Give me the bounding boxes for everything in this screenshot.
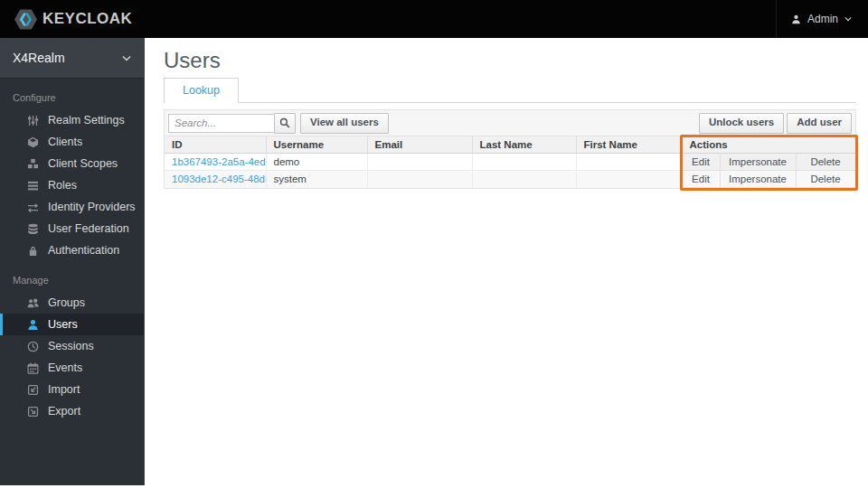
cubes-icon	[27, 158, 39, 170]
last-name-cell	[472, 154, 576, 171]
column-header-actions: Actions	[682, 136, 855, 154]
tab-lookup[interactable]: Lookup	[164, 78, 239, 103]
database-icon	[27, 223, 39, 235]
sidebar-item-label: Identity Providers	[48, 201, 136, 213]
sidebar-nav: ConfigureRealm SettingsClientsClient Sco…	[0, 79, 144, 422]
user-menu[interactable]: Admin	[776, 0, 852, 38]
sidebar-item-clients[interactable]: Clients	[0, 131, 144, 153]
sidebar-item-label: Client Scopes	[48, 157, 118, 170]
column-header-username: Username	[266, 136, 367, 154]
first-name-cell	[576, 154, 682, 171]
sidebar: X4Realm ConfigureRealm SettingsClientsCl…	[0, 38, 145, 485]
sidebar-item-realm-settings[interactable]: Realm Settings	[0, 109, 144, 131]
sidebar-item-client-scopes[interactable]: Client Scopes	[0, 153, 144, 174]
impersonate-button[interactable]: Impersonate	[720, 171, 796, 188]
realm-name: X4Realm	[13, 51, 65, 65]
column-header-email: Email	[367, 136, 472, 154]
search-input[interactable]	[168, 114, 275, 133]
chevron-down-icon	[122, 55, 131, 61]
first-name-cell	[576, 171, 682, 188]
last-name-cell	[472, 171, 576, 188]
impersonate-button[interactable]: Impersonate	[720, 154, 796, 171]
delete-button[interactable]: Delete	[796, 171, 855, 188]
clock-icon	[27, 341, 39, 352]
keycloak-logo[interactable]: KEYCLOAK	[14, 9, 132, 30]
sidebar-item-events[interactable]: Events	[0, 357, 144, 379]
user-icon	[791, 14, 801, 24]
import-icon	[27, 384, 39, 396]
search-icon	[279, 117, 290, 128]
sidebar-item-import[interactable]: Import	[0, 379, 144, 400]
sidebar-item-user-federation[interactable]: User Federation	[0, 218, 144, 239]
export-icon	[27, 406, 39, 418]
email-cell	[367, 171, 472, 188]
users-table: IDUsernameEmailLast NameFirst NameAction…	[165, 136, 856, 188]
table-row: 1b367493-2a5a-4edc-...demoEditImpersonat…	[165, 154, 855, 171]
main-content: Users Lookup View all users Unlock users…	[145, 38, 868, 488]
user-id-link[interactable]: 1b367493-2a5a-4edc-...	[172, 156, 266, 167]
lock-icon	[27, 245, 39, 257]
sidebar-item-label: Import	[48, 383, 80, 396]
view-all-users-button[interactable]: View all users	[300, 113, 389, 134]
cube-icon	[27, 136, 39, 148]
table-row: 1093de12-c495-48d8-...systemEditImperson…	[165, 171, 855, 188]
sidebar-item-identity-providers[interactable]: Identity Providers	[0, 196, 144, 218]
sidebar-item-label: Sessions	[48, 340, 94, 352]
user-icon	[27, 319, 39, 331]
search-button[interactable]	[274, 113, 296, 134]
calendar-icon	[27, 362, 39, 374]
user-menu-label: Admin	[807, 13, 838, 25]
email-cell	[367, 154, 472, 171]
delete-button[interactable]: Delete	[796, 154, 855, 171]
topbar: KEYCLOAK Admin	[0, 0, 868, 38]
sidebar-item-label: Events	[48, 361, 82, 374]
column-header-last-name: Last Name	[472, 136, 576, 154]
table-header-row: IDUsernameEmailLast NameFirst NameAction…	[165, 136, 855, 154]
sidebar-item-label: Export	[48, 405, 80, 418]
page-title: Users	[164, 49, 856, 72]
sidebar-item-label: Groups	[48, 296, 85, 309]
keycloak-logo-icon	[14, 9, 37, 30]
column-header-id: ID	[165, 136, 266, 154]
sidebar-item-label: User Federation	[48, 222, 129, 235]
username-cell: system	[266, 171, 367, 188]
sidebar-item-label: Authentication	[48, 244, 119, 257]
table-toolbar: View all users Unlock users Add user	[165, 110, 855, 136]
edit-button[interactable]: Edit	[682, 154, 720, 171]
unlock-users-button[interactable]: Unlock users	[699, 113, 784, 134]
users-table-panel: View all users Unlock users Add user IDU…	[164, 109, 856, 189]
add-user-button[interactable]: Add user	[787, 113, 852, 134]
sidebar-section-label-manage: Manage	[0, 261, 144, 292]
sidebar-item-users[interactable]: Users	[0, 314, 144, 335]
sidebar-item-export[interactable]: Export	[0, 400, 144, 422]
sidebar-item-label: Roles	[48, 179, 77, 192]
sidebar-item-authentication[interactable]: Authentication	[0, 239, 144, 261]
sidebar-section-label-configure: Configure	[0, 79, 144, 109]
sidebar-item-groups[interactable]: Groups	[0, 292, 144, 314]
sidebar-item-label: Realm Settings	[48, 114, 125, 127]
sliders-icon	[27, 115, 39, 127]
sidebar-item-label: Users	[48, 318, 78, 331]
tab-bar: Lookup	[164, 78, 856, 103]
user-id-cell: 1b367493-2a5a-4edc-...	[165, 154, 266, 171]
edit-button[interactable]: Edit	[682, 171, 720, 188]
caret-down-icon	[844, 16, 852, 22]
brand-text: KEYCLOAK	[42, 10, 132, 28]
exchange-arrows-icon	[27, 202, 39, 213]
username-cell: demo	[266, 154, 367, 171]
group-icon	[27, 297, 39, 309]
sidebar-item-label: Clients	[48, 136, 82, 148]
sidebar-item-roles[interactable]: Roles	[0, 174, 144, 196]
realm-selector[interactable]: X4Realm	[0, 38, 144, 79]
sidebar-item-sessions[interactable]: Sessions	[0, 335, 144, 357]
column-header-first-name: First Name	[576, 136, 682, 154]
user-id-link[interactable]: 1093de12-c495-48d8-...	[172, 174, 266, 184]
list-icon	[27, 180, 39, 192]
user-id-cell: 1093de12-c495-48d8-...	[165, 171, 266, 188]
